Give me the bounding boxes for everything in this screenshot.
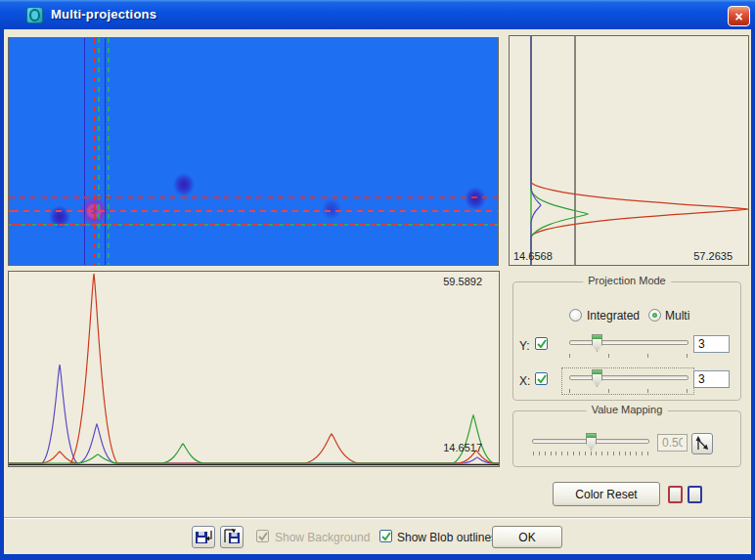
slider-tick [561, 452, 562, 455]
value-mapping-curve-button[interactable] [691, 433, 713, 454]
footer-separator [4, 517, 751, 519]
spectrum-blob [322, 198, 341, 220]
solid-crosshair-vline [84, 38, 85, 265]
x-count-field[interactable] [693, 370, 730, 388]
x-row-label: X: [519, 374, 530, 388]
slider-tick [607, 452, 608, 455]
axis-mapping-icon [692, 434, 712, 453]
radio-multi[interactable] [648, 309, 661, 322]
spectrum-2d-panel[interactable] [8, 37, 499, 266]
slider-tick [596, 452, 597, 455]
y-slider-ticks [569, 354, 688, 359]
y-row-label: Y: [519, 339, 530, 353]
x-slider-ticks [569, 389, 688, 394]
slider-tick [601, 452, 602, 455]
slider-tick [569, 389, 570, 393]
floppy-save-arrow-icon [193, 527, 214, 547]
slider-tick [551, 452, 552, 455]
slider-tick [630, 452, 631, 455]
slider-tick [573, 452, 574, 455]
slider-tick [647, 452, 648, 455]
app-icon [26, 7, 43, 23]
x-projection-max-label: 59.5892 [443, 276, 482, 287]
ok-button[interactable]: OK [492, 526, 562, 548]
multi-projections-dialog: Multi-projections × 14.6568 57.2635 59.5… [0, 0, 755, 560]
check-icon [536, 338, 549, 351]
y-projection-plot [510, 36, 748, 265]
floppy-save-arrow-icon [221, 527, 243, 547]
yproj-curve-red [531, 36, 748, 265]
negative-color-swatch-button[interactable] [688, 486, 702, 503]
value-mapping-title: Value Mapping [587, 404, 668, 415]
y-projection-max-label: 57.2635 [693, 250, 733, 262]
show-blob-outlines-label[interactable]: Show Blob outlines [397, 531, 497, 544]
show-background-label: Show Background [275, 531, 370, 544]
y-enable-checkbox[interactable] [535, 337, 548, 350]
save-y-projection-button[interactable] [220, 526, 244, 548]
value-mapping-field[interactable] [657, 434, 688, 452]
slider-tick [567, 452, 568, 455]
title-bar[interactable]: Multi-projections × [0, 0, 755, 29]
yproj-curve-purple [531, 36, 541, 265]
slider-tick [533, 452, 534, 455]
slider-tick [687, 389, 688, 393]
radio-integrated[interactable] [569, 309, 582, 322]
slider-tick [579, 452, 580, 455]
slider-tick [591, 452, 592, 455]
slider-tick [619, 452, 620, 455]
check-icon [536, 373, 549, 386]
y-count-field[interactable] [693, 335, 730, 353]
solid-crosshair-vline [105, 38, 106, 265]
projection-mode-title: Projection Mode [583, 275, 671, 286]
slider-tick [642, 452, 643, 455]
slider-tick [539, 452, 540, 455]
radio-integrated-label[interactable]: Integrated [587, 309, 640, 323]
xproj-curve-red [9, 274, 499, 463]
y-slider-track[interactable] [569, 340, 688, 345]
x-projection-min-label: 14.6517 [443, 442, 482, 453]
dashed-crosshair-hline [9, 196, 498, 198]
y-projection-panel[interactable]: 14.6568 57.2635 [509, 35, 749, 266]
dashed-crosshair-hline [9, 210, 498, 212]
slider-tick [647, 389, 648, 393]
x-projection-plot [9, 272, 499, 466]
dashed-crosshair-vline [108, 38, 110, 265]
color-reset-button[interactable]: Color Reset [553, 482, 660, 506]
slider-tick [608, 389, 609, 393]
positive-color-swatch-button[interactable] [668, 486, 683, 503]
slider-tick [545, 452, 546, 455]
value-mapping-ticks [533, 452, 648, 456]
slider-tick [625, 452, 626, 455]
window-title: Multi-projections [51, 7, 156, 22]
check-icon [257, 531, 270, 543]
slider-tick [569, 354, 570, 358]
dashed-crosshair-hline [9, 224, 498, 226]
dashed-crosshair-vline [98, 38, 100, 265]
x-slider-track[interactable] [569, 375, 688, 380]
dashed-crosshair-vline [94, 38, 96, 265]
spectrum-blob [173, 173, 195, 196]
xproj-curve-green [9, 415, 499, 463]
x-enable-checkbox[interactable] [535, 372, 548, 385]
close-icon: × [734, 9, 742, 24]
radio-multi-label[interactable]: Multi [665, 309, 689, 323]
show-background-checkbox[interactable] [256, 530, 269, 542]
x-projection-panel[interactable]: 59.5892 14.6517 [8, 271, 500, 467]
spectrum-blob [465, 187, 486, 210]
close-button[interactable]: × [728, 6, 750, 26]
slider-tick [647, 354, 648, 358]
slider-tick [608, 354, 609, 358]
slider-tick [636, 452, 637, 455]
check-icon [380, 531, 393, 543]
y-projection-min-label: 14.6568 [513, 250, 553, 262]
slider-tick [613, 452, 614, 455]
show-blob-outlines-checkbox[interactable] [379, 530, 392, 542]
app-icon-ring [29, 9, 40, 22]
yproj-curve-green [531, 36, 588, 265]
slider-tick [585, 452, 586, 455]
slider-tick [555, 452, 556, 455]
save-x-projection-button[interactable] [192, 526, 215, 548]
slider-tick [687, 354, 688, 358]
